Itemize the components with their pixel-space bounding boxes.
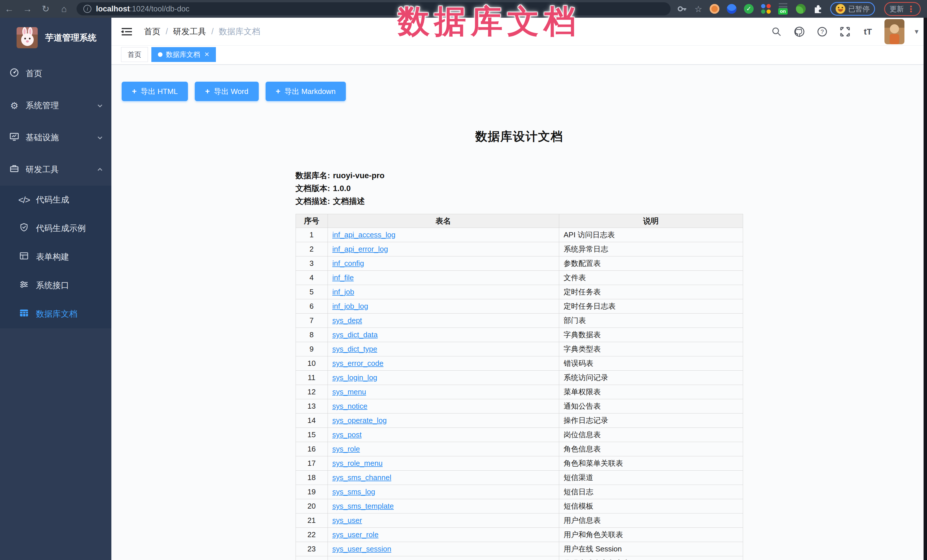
table-name-link[interactable]: sys_dict_data [333, 331, 378, 339]
tables-index-table: 序号 表名 说明 1 inf_api_access_log API 访问日志表 [296, 214, 743, 560]
annotation-overlay-title: 数据库文档 [398, 0, 580, 43]
breadcrumb: 首页 / 研发工具 / 数据库文档 [144, 26, 260, 37]
export-word-button[interactable]: + 导出 Word [195, 82, 258, 101]
table-desc: 字典数据表 [559, 328, 743, 342]
export-html-button[interactable]: + 导出 HTML [122, 82, 188, 101]
table-desc: 错误码表 [559, 357, 743, 371]
page-scrollbar[interactable] [924, 18, 927, 560]
reload-icon[interactable]: ↻ [36, 3, 55, 14]
sidebar-item-form-builder[interactable]: 表单构建 [0, 243, 111, 271]
document-meta: 数据库名:ruoyi-vue-pro 文档版本:1.0.0 文档描述:文档描述 [296, 169, 743, 208]
table-name-link[interactable]: inf_config [333, 259, 364, 267]
help-icon[interactable]: ? [816, 26, 828, 38]
table-row: 14 sys_operate_log 操作日志记录 [296, 413, 743, 428]
home-icon[interactable]: ⌂ [55, 4, 73, 14]
db-document: 数据库设计文档 数据库名:ruoyi-vue-pro 文档版本:1.0.0 文档… [296, 129, 753, 560]
sidebar-item-devtools[interactable]: 研发工具 [0, 154, 111, 186]
table-desc: 系统访问记录 [559, 371, 743, 385]
table-name-link[interactable]: sys_user_role [333, 530, 379, 539]
breadcrumb-home[interactable]: 首页 [144, 26, 161, 37]
forward-icon[interactable]: → [18, 4, 36, 14]
sidebar-item-home[interactable]: 首页 [0, 58, 111, 90]
chevron-up-icon [97, 166, 103, 173]
extension-icon-grid[interactable] [761, 4, 771, 14]
sidebar-item-db-doc[interactable]: 数据库文档 [0, 300, 111, 328]
main-area: 首页 / 研发工具 / 数据库文档 ? tT [111, 18, 927, 560]
table-name-link[interactable]: sys_dict_type [333, 344, 378, 353]
table-row: 11 sys_login_log 系统访问记录 [296, 371, 743, 385]
browser-update-chip[interactable]: 更新 ⋮ [884, 2, 921, 16]
table-name-link[interactable]: inf_api_error_log [333, 245, 388, 253]
user-avatar[interactable] [884, 19, 904, 44]
profile-paused-chip[interactable]: 已暂停 [830, 2, 875, 16]
breadcrumb-devtools[interactable]: 研发工具 [173, 26, 206, 37]
table-row: 20 sys_sms_template 短信模板 [296, 499, 743, 513]
table-name-link[interactable]: inf_api_access_log [333, 231, 395, 239]
table-desc: API 访问日志表 [559, 228, 743, 242]
table-name-link[interactable]: sys_notice [333, 402, 368, 410]
url-path: :1024/tool/db-doc [130, 5, 190, 14]
table-name-link[interactable]: sys_login_log [333, 373, 378, 382]
sidebar-item-codegen-demo[interactable]: 代码生成示例 [0, 214, 111, 243]
table-name-link[interactable]: sys_user [333, 516, 362, 525]
key-icon[interactable] [677, 4, 687, 14]
meta-line: 文档描述:文档描述 [296, 195, 743, 208]
address-bar[interactable]: i localhost :1024/tool/db-doc [76, 2, 670, 15]
extension-icon-leaf[interactable] [796, 4, 805, 14]
table-name-link[interactable]: sys_error_code [333, 359, 383, 367]
sliders-icon [18, 280, 30, 291]
close-tab-icon[interactable]: ✕ [204, 51, 209, 58]
table-name-link[interactable]: sys_sms_channel [333, 473, 392, 482]
tab-db-doc[interactable]: 数据库文档 ✕ [151, 47, 216, 62]
sidebar-item-codegen[interactable]: </> 代码生成 [0, 186, 111, 214]
table-name-link[interactable]: inf_job [333, 288, 354, 296]
export-markdown-button[interactable]: + 导出 Markdown [266, 82, 346, 101]
sidebar-item-api[interactable]: 系统接口 [0, 271, 111, 300]
table-name-link[interactable]: inf_file [333, 273, 354, 282]
browser-menu-icon[interactable]: ⋮ [907, 4, 915, 14]
table-name-link[interactable]: tool_codegen_column [333, 559, 405, 560]
table-desc: 字典类型表 [559, 342, 743, 357]
table-name-link[interactable]: sys_post [333, 430, 362, 439]
extension-icon-puzzle[interactable] [813, 4, 823, 14]
extension-icon-orange[interactable] [710, 4, 719, 14]
meta-line: 数据库名:ruoyi-vue-pro [296, 169, 743, 182]
extension-icon-check[interactable]: ✓ [744, 4, 754, 14]
table-name-link[interactable]: sys_role_menu [333, 459, 383, 467]
table-name-link[interactable]: sys_sms_log [333, 487, 375, 496]
table-name-link[interactable]: sys_operate_log [333, 416, 387, 425]
table-name-link[interactable]: sys_role [333, 445, 360, 453]
table-row: 1 inf_api_access_log API 访问日志表 [296, 228, 743, 242]
table-name-link[interactable]: sys_dept [333, 316, 362, 325]
table-name-link[interactable]: inf_job_log [333, 302, 368, 310]
bookmark-star-icon[interactable]: ☆ [694, 4, 702, 14]
search-icon[interactable] [770, 26, 783, 38]
table-row: 7 sys_dept 部门表 [296, 314, 743, 328]
dashboard-icon [9, 68, 20, 80]
table-name-link[interactable]: sys_sms_template [333, 502, 394, 510]
tab-home[interactable]: 首页 [121, 47, 148, 62]
sidebar-item-system[interactable]: ⚙ 系统管理 [0, 90, 111, 121]
sidebar-item-infra[interactable]: 基础设施 [0, 121, 111, 154]
extension-icon-stack-on[interactable]: on [778, 3, 789, 15]
table-name-link[interactable]: sys_menu [333, 387, 366, 396]
meta-line: 文档版本:1.0.0 [296, 182, 743, 195]
sidebar: 芋道管理系统 首页 ⚙ 系统管理 基础设施 研发工具 </> 代码生成 [0, 18, 111, 560]
table-row: 4 inf_file 文件表 [296, 271, 743, 285]
update-label: 更新 [890, 4, 904, 14]
table-header-row: 序号 表名 说明 [296, 214, 743, 228]
user-menu-caret-icon[interactable]: ▾ [915, 27, 918, 36]
table-name-link[interactable]: sys_user_session [333, 545, 392, 553]
site-info-icon[interactable]: i [84, 5, 91, 13]
back-icon[interactable]: ← [0, 4, 18, 14]
collapse-sidebar-icon[interactable] [121, 27, 132, 36]
extension-icon-pin[interactable] [727, 4, 737, 14]
fullscreen-icon[interactable] [839, 26, 851, 38]
table-row: 6 inf_job_log 定时任务日志表 [296, 299, 743, 314]
emoji-face-icon [836, 4, 845, 14]
export-toolbar: + 导出 HTML + 导出 Word + 导出 Markdown [122, 82, 927, 101]
table-row: 9 sys_dict_type 字典类型表 [296, 342, 743, 357]
font-size-icon[interactable]: tT [862, 26, 874, 38]
github-icon[interactable] [793, 26, 805, 38]
monitor-icon [9, 132, 20, 144]
